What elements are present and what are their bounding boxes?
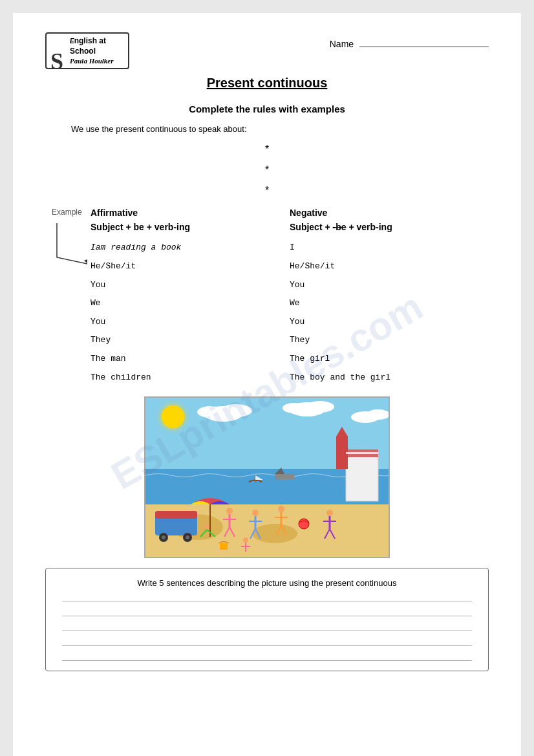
intro-text: We use the present continuous to speak a… bbox=[71, 124, 489, 134]
two-column-section: Affirmative Subject + be + verb-ing Iam … bbox=[91, 208, 489, 387]
logo-s-letter: S bbox=[50, 45, 63, 78]
name-label: Name bbox=[330, 39, 354, 49]
neg-row-5: They bbox=[290, 331, 489, 350]
neg-row-3: We bbox=[290, 294, 489, 313]
svg-marker-0 bbox=[84, 259, 87, 266]
name-underline bbox=[359, 47, 489, 47]
main-title: Present continuous bbox=[45, 76, 489, 91]
logo-line1: English at bbox=[70, 36, 123, 47]
aff-row-1: He/She/it bbox=[91, 257, 290, 276]
beach-image bbox=[144, 396, 390, 558]
bullets-area: * * * bbox=[45, 139, 489, 201]
logo-author: Paula Houlker bbox=[70, 56, 123, 65]
svg-point-32 bbox=[186, 535, 189, 539]
bullet-1: * bbox=[45, 139, 489, 160]
affirmative-formula: Subject + be + verb-ing bbox=[91, 222, 290, 232]
svg-rect-25 bbox=[346, 452, 378, 454]
svg-point-13 bbox=[306, 401, 334, 413]
worksheet-page: ESLprintables.com S English at School Pa… bbox=[13, 13, 521, 756]
writing-line-3 bbox=[62, 631, 472, 631]
svg-point-53 bbox=[243, 537, 248, 543]
negative-header: Negative bbox=[290, 208, 489, 218]
negative-formula: Subject + -be + verb-ing bbox=[290, 222, 489, 232]
svg-point-16 bbox=[367, 409, 390, 420]
logo-text: English at School Paula Houlker bbox=[70, 36, 123, 65]
negative-column: Negative Subject + -be + verb-ing I He/S… bbox=[290, 208, 489, 387]
aff-row-6: The man bbox=[91, 350, 290, 369]
svg-point-14 bbox=[283, 403, 306, 413]
neg-formula-part3: + verb-ing bbox=[347, 222, 392, 232]
neg-row-7: The boy and the girl bbox=[290, 369, 489, 387]
affirmative-header: Affirmative bbox=[91, 208, 290, 218]
svg-point-57 bbox=[204, 524, 209, 530]
svg-point-48 bbox=[326, 510, 333, 516]
neg-row-0: I bbox=[290, 239, 489, 257]
svg-point-11 bbox=[197, 406, 223, 418]
logo-area: S English at School Paula Houlker bbox=[45, 32, 129, 69]
svg-rect-61 bbox=[220, 543, 228, 550]
aff-row-7: The children bbox=[91, 369, 290, 387]
aff-row-4: You bbox=[91, 313, 290, 332]
beach-scene-svg bbox=[145, 398, 390, 558]
neg-formula-strikethrough: -be bbox=[333, 222, 347, 232]
writing-instruction: Write 5 sentences describing the picture… bbox=[56, 578, 478, 588]
neg-row-6: The girl bbox=[290, 350, 489, 369]
writing-box: Write 5 sentences describing the picture… bbox=[45, 568, 489, 671]
svg-rect-28 bbox=[155, 511, 197, 519]
neg-row-1: He/She/it bbox=[290, 257, 489, 276]
svg-point-43 bbox=[278, 506, 284, 512]
aff-row-0: Iam reading a book bbox=[91, 239, 290, 257]
picture-section bbox=[45, 396, 489, 558]
writing-line-2 bbox=[62, 616, 472, 616]
neg-formula-part1: Subject + bbox=[290, 222, 333, 232]
affirmative-column: Affirmative Subject + be + verb-ing Iam … bbox=[91, 208, 290, 387]
bullet-3: * bbox=[45, 180, 489, 201]
svg-marker-23 bbox=[336, 427, 348, 437]
svg-point-30 bbox=[162, 535, 166, 539]
svg-point-38 bbox=[252, 510, 259, 516]
writing-line-5 bbox=[62, 660, 472, 661]
negative-rows: I He/She/it You We You They The girl The… bbox=[290, 239, 489, 387]
aff-row-3: We bbox=[91, 294, 290, 313]
writing-line-1 bbox=[62, 601, 472, 601]
bullet-2: * bbox=[45, 160, 489, 180]
subtitle: Complete the rules with examples bbox=[45, 103, 489, 114]
aff-row-2: You bbox=[91, 276, 290, 295]
aff-row-5: They bbox=[91, 331, 290, 350]
svg-point-60 bbox=[299, 519, 309, 529]
svg-point-20 bbox=[252, 524, 297, 543]
affirmative-rows: Iam reading a book He/She/it You We You … bbox=[91, 239, 290, 387]
name-label-area: Name bbox=[330, 32, 489, 49]
writing-lines bbox=[56, 601, 478, 661]
example-arrow-icon bbox=[52, 215, 87, 267]
svg-rect-62 bbox=[275, 474, 294, 479]
writing-line-4 bbox=[62, 645, 472, 646]
svg-point-33 bbox=[226, 508, 233, 514]
example-area: Example Affirmative Subject + be + verb-… bbox=[52, 208, 489, 387]
svg-point-10 bbox=[220, 404, 252, 417]
header-row: S English at School Paula Houlker Name bbox=[45, 32, 489, 69]
neg-row-4: You bbox=[290, 313, 489, 332]
logo-box: S English at School Paula Houlker bbox=[45, 32, 129, 69]
neg-row-2: You bbox=[290, 276, 489, 295]
